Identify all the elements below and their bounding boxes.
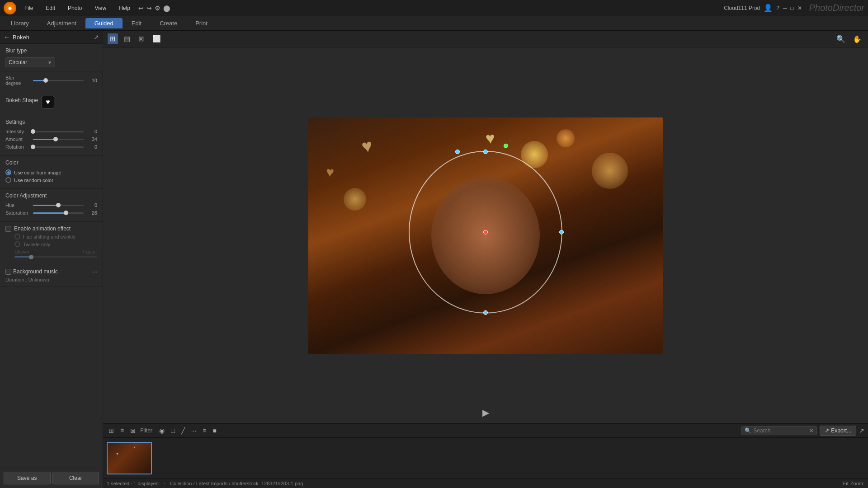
undo-icon[interactable]: ↩ — [138, 5, 144, 12]
view-btn-grid[interactable]: ⊞ — [108, 33, 118, 44]
color-from-image-radio[interactable] — [5, 169, 11, 175]
search-clear-icon[interactable]: ✕ — [809, 427, 814, 434]
amount-label: Amount — [5, 136, 30, 142]
play-button[interactable]: ▶ — [482, 407, 489, 418]
animation-checkbox[interactable] — [5, 226, 11, 232]
tab-guided[interactable]: Guided — [85, 18, 123, 28]
amount-thumb[interactable] — [53, 137, 58, 141]
close-icon[interactable]: ✕ — [797, 5, 802, 11]
intensity-value: 0 — [86, 129, 97, 134]
user-avatar-icon[interactable]: 👤 — [764, 4, 773, 12]
settings-section: Settings Intensity 0 Amount 34 Rotation — [0, 115, 103, 156]
filter-square-icon[interactable]: ■ — [211, 426, 218, 435]
menu-view[interactable]: View — [92, 3, 109, 13]
filter-slash-icon[interactable]: ╱ — [179, 426, 187, 435]
filmstrip-grid-icon[interactable]: ⊞ — [107, 426, 116, 435]
amount-slider[interactable] — [33, 139, 84, 140]
tab-print[interactable]: Print — [186, 18, 217, 28]
random-color-radio[interactable] — [5, 177, 11, 183]
tab-library[interactable]: Library — [2, 18, 38, 28]
panel-export-icon[interactable]: ↗ — [94, 33, 99, 41]
blur-degree-thumb[interactable] — [43, 78, 48, 83]
filmstrip-thumbnail[interactable]: ♥ ♥ — [107, 442, 152, 474]
filmstrip-compare-icon[interactable]: ⊠ — [128, 426, 137, 435]
tab-edit[interactable]: Edit — [123, 18, 151, 28]
left-panel: ← Bokeh ↗ Blur type Circular ▼ Blur degr… — [0, 31, 103, 488]
filter-color-icon[interactable]: ◉ — [157, 426, 166, 435]
maximize-icon[interactable]: □ — [790, 5, 793, 11]
color-from-image-label: Use color from image — [14, 170, 61, 175]
view-btn-list[interactable]: ▤ — [122, 33, 132, 44]
bokeh-handle-top[interactable] — [483, 150, 488, 154]
save-as-button[interactable]: Save as — [4, 472, 51, 484]
rotation-slider[interactable] — [33, 146, 84, 148]
back-button[interactable]: ← — [4, 33, 10, 41]
bokeh-handle-top-right[interactable] — [504, 144, 508, 148]
filter-rect-icon[interactable]: □ — [169, 426, 176, 435]
bokeh-handle-bottom[interactable] — [483, 310, 488, 315]
view-btn-single[interactable]: ⬜ — [150, 33, 163, 44]
bokeh-handle-center[interactable] — [483, 230, 488, 235]
help-icon[interactable]: ? — [776, 5, 779, 11]
bokeh-handle-topleft[interactable] — [455, 150, 460, 154]
speed-thumb[interactable] — [29, 255, 33, 259]
hue-row: Hue 0 — [5, 202, 97, 208]
hue-shifting-label: Hue shifting and twinkle — [23, 234, 75, 239]
bg-music-more-icon[interactable]: ··· — [92, 268, 97, 275]
hue-fill — [33, 205, 58, 206]
hand-tool-icon[interactable]: ✋ — [851, 34, 863, 44]
bokeh-shape-section: Bokeh Shape ♥ — [0, 92, 103, 115]
zoom-value-right: Fit — [843, 481, 849, 486]
user-area: Cloud111 Prod 👤 ? ─ □ ✕ PhotoDirector — [724, 3, 864, 13]
background-music-section: Background music ··· Duration : Unknown — [0, 264, 103, 286]
amount-fill — [33, 139, 56, 140]
minimize-icon[interactable]: ─ — [783, 5, 787, 11]
hue-shifting-radio[interactable] — [14, 234, 20, 239]
menu-photo[interactable]: Photo — [65, 3, 85, 13]
record-icon[interactable]: ⬤ — [163, 5, 170, 12]
menu-edit[interactable]: Edit — [43, 3, 58, 13]
hue-slider[interactable] — [33, 205, 84, 206]
menu-bar: File Edit Photo View Help — [22, 3, 133, 13]
rotation-label: Rotation — [5, 144, 30, 150]
filmstrip-toolbar: ⊞ ≡ ⊠ Filter: ◉ □ ╱ ··· ≡ ■ 🔍 ✕ ↗ — [103, 424, 868, 438]
rotation-thumb[interactable] — [31, 145, 35, 149]
zoom-icon[interactable]: 🔍 — [835, 34, 847, 44]
bokeh-handle-right[interactable] — [559, 230, 564, 235]
intensity-label: Intensity — [5, 129, 30, 134]
view-btn-compare[interactable]: ⊠ — [136, 33, 146, 44]
menu-file[interactable]: File — [22, 3, 36, 13]
clear-button[interactable]: Clear — [52, 472, 99, 484]
settings-label: Settings — [5, 119, 97, 125]
redo-icon[interactable]: ↪ — [146, 5, 152, 12]
search-input[interactable] — [753, 427, 807, 434]
tab-adjustment[interactable]: Adjustment — [38, 18, 85, 28]
bg-music-checkbox[interactable] — [5, 269, 11, 275]
color-adjustment-section: Color Adjustment Hue 0 Saturation 26 — [0, 189, 103, 222]
blur-type-section: Blur type Circular ▼ — [0, 44, 103, 71]
amount-value: 34 — [86, 136, 97, 142]
filmstrip-list-icon[interactable]: ≡ — [118, 426, 126, 435]
intensity-slider[interactable] — [33, 131, 84, 132]
export-button[interactable]: ↗ Export... — [820, 426, 856, 436]
blur-degree-slider[interactable] — [33, 80, 84, 81]
nav-tabs: Library Adjustment Guided Edit Create Pr… — [0, 16, 868, 31]
twinkle-only-radio[interactable] — [14, 241, 20, 247]
blur-type-dropdown[interactable]: Circular ▼ — [5, 57, 55, 67]
color-adjustment-label: Color Adjustment — [5, 192, 97, 199]
hue-thumb[interactable] — [56, 203, 61, 207]
saturation-slider[interactable] — [33, 212, 84, 214]
filter-label: Filter: — [140, 427, 154, 434]
saturation-thumb[interactable] — [64, 211, 68, 215]
filter-dots-icon[interactable]: ··· — [189, 426, 198, 435]
animation-section: Enable animation effect Hue shifting and… — [0, 222, 103, 264]
twinkle-only-label: Twinkle only — [23, 242, 50, 247]
intensity-thumb[interactable] — [31, 129, 35, 134]
filter-list-icon[interactable]: ≡ — [201, 426, 208, 435]
menu-help[interactable]: Help — [116, 3, 133, 13]
tab-create[interactable]: Create — [151, 18, 186, 28]
bokeh-shape-icon[interactable]: ♥ — [42, 96, 54, 108]
speed-slider[interactable] — [14, 256, 97, 258]
share-icon[interactable]: ↗ — [859, 427, 864, 434]
settings-icon[interactable]: ⚙ — [155, 5, 160, 12]
